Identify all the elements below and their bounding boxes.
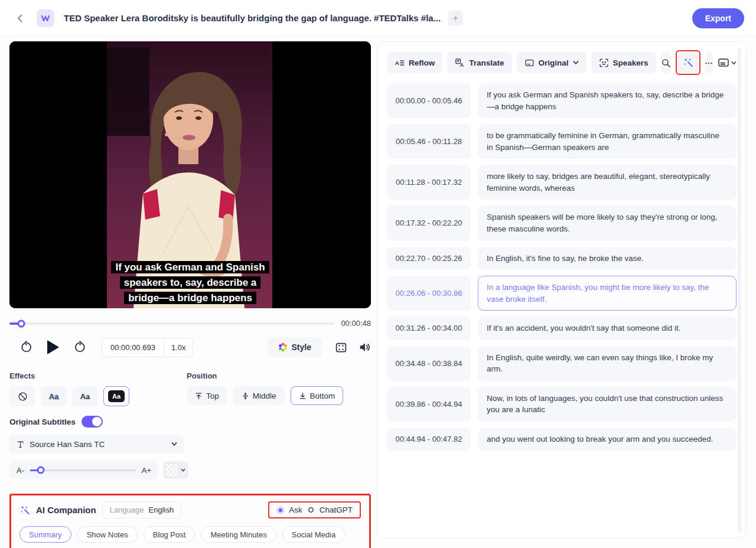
subtitle-time-range[interactable]: 00:05.46 - 00:11.28 (387, 124, 471, 159)
ai-companion-tabs: SummaryShow NotesBlog PostMeeting Minute… (19, 526, 361, 543)
redo-rotate-icon[interactable] (73, 341, 86, 354)
subtitle-text[interactable]: to be grammatically feminine in German, … (478, 124, 737, 159)
scrollbar[interactable] (738, 48, 741, 532)
app-logo-icon (37, 9, 54, 27)
speakers-button[interactable]: Speakers (591, 52, 656, 73)
subtitle-time-range[interactable]: 00:11.28 - 00:17.32 (387, 165, 471, 200)
subtitle-icon (524, 58, 535, 68)
duration-label: 00:00:48 (341, 319, 371, 328)
subtitle-time-range[interactable]: 00:17.32 - 00:22.20 (387, 206, 471, 240)
font-family-select[interactable]: Source Han Sans TC (9, 435, 184, 454)
burned-in-subtitles: If you ask German and Spanishspeakers to… (9, 260, 371, 306)
play-button[interactable] (47, 340, 59, 354)
chevron-down-icon (181, 468, 185, 472)
ai-tab-social-media[interactable]: Social Media (282, 526, 345, 543)
seek-handle[interactable] (18, 319, 25, 327)
subtitle-row: 00:17.32 - 00:22.20 Spanish speakers wil… (387, 206, 737, 240)
subtitle-time-range[interactable]: 00:31.26 - 00:34.00 (387, 317, 471, 340)
subtitle-time-range[interactable]: 00:44.94 - 00:47.82 (387, 428, 471, 451)
subtitle-time-range[interactable]: 00:39.86 - 00:44.94 (387, 387, 471, 422)
original-language-dropdown[interactable]: Original (517, 52, 586, 73)
style-button[interactable]: Style (268, 337, 322, 357)
export-button[interactable]: Export (692, 8, 744, 28)
video-player[interactable]: If you ask German and Spanishspeakers to… (9, 41, 371, 308)
ai-language-select[interactable]: Language English (102, 501, 181, 518)
player-panel: If you ask German and Spanishspeakers to… (9, 41, 371, 548)
chevron-down-icon (573, 60, 579, 66)
ai-tab-summary[interactable]: Summary (19, 526, 71, 543)
original-subtitles-toggle[interactable] (82, 416, 103, 428)
ai-tab-show-notes[interactable]: Show Notes (77, 526, 138, 543)
search-icon (661, 58, 671, 68)
layout-icon (718, 57, 729, 68)
translate-icon: A (455, 58, 465, 68)
position-top-button[interactable]: Top (187, 386, 227, 405)
subtitle-text[interactable]: Now, in lots of languages, you couldn't … (478, 387, 737, 422)
subtitle-time-range[interactable]: 00:00.00 - 00:05.46 (387, 83, 471, 118)
effect-outline-button[interactable]: Aa (41, 386, 67, 406)
subtitle-text[interactable]: If you ask German and Spanish speakers t… (478, 83, 737, 118)
timecode-box: 00:00:00.693 1.0x (102, 338, 193, 357)
seek-bar[interactable] (9, 322, 334, 325)
add-button[interactable]: + (448, 11, 463, 26)
subtitle-time-range[interactable]: 00:26.06 - 00:30.86 (387, 276, 471, 311)
ai-magic-wand-button[interactable] (677, 52, 699, 73)
effect-none-button[interactable] (9, 386, 35, 406)
original-subtitles-label: Original Subtitles (9, 417, 76, 426)
position-label: Position (187, 371, 343, 380)
reflow-button[interactable]: A Reflow (387, 52, 442, 73)
font-size-slider[interactable] (30, 469, 136, 471)
subtitle-text[interactable]: Spanish speakers will be more likely to … (478, 206, 737, 240)
burned-in-subtitle-line: If you ask German and Spanish (111, 261, 269, 273)
speakers-icon (599, 58, 609, 68)
font-size-increase[interactable]: A+ (142, 466, 151, 475)
position-bottom-button[interactable]: Bottom (291, 386, 344, 405)
position-middle-button[interactable]: Middle (233, 386, 285, 405)
ai-tab-blog-post[interactable]: Blog Post (144, 526, 195, 543)
current-timecode[interactable]: 00:00:00.693 (102, 338, 164, 357)
subtitle-row: 00:22.70 - 00:25.26 In English, it's fin… (387, 247, 737, 270)
align-top-icon (195, 392, 203, 400)
back-button[interactable] (12, 10, 28, 27)
font-size-decrease[interactable]: A- (17, 466, 24, 475)
subtitle-text[interactable]: In English, it's fine to say, he broke t… (478, 247, 737, 270)
magic-wand-icon (19, 505, 30, 516)
transcript-toolbar: A Reflow A Translate Original (387, 50, 737, 75)
subtitle-text[interactable]: and you went out looking to break your a… (478, 428, 737, 451)
search-button[interactable] (661, 52, 671, 73)
svg-text:A: A (395, 60, 399, 66)
layout-toggle-button[interactable] (718, 57, 737, 68)
font-size-handle[interactable] (37, 467, 45, 474)
chatgpt-icon (307, 505, 315, 514)
effect-plain-button[interactable]: Aa (72, 386, 98, 406)
chevron-down-icon (171, 441, 177, 447)
transcript-panel: A Reflow A Translate Original (377, 41, 747, 539)
subtitle-text[interactable]: more likely to say, bridges are beautifu… (478, 165, 737, 200)
subtitle-text[interactable]: If it's an accident, you wouldn't say th… (478, 317, 737, 340)
more-options-button[interactable]: ··· (705, 52, 713, 73)
subtitle-time-range[interactable]: 00:34.48 - 00:38.84 (387, 346, 471, 381)
ai-tab-meeting-minutes[interactable]: Meeting Minutes (201, 526, 276, 543)
radio-dot-icon (276, 506, 285, 514)
subtitle-text[interactable]: In a language like Spanish, you might be… (478, 276, 737, 311)
fullscreen-icon[interactable] (335, 341, 347, 354)
volume-icon[interactable] (358, 341, 371, 354)
effects-label: Effects (9, 371, 187, 380)
progress-row: 00:00:48 (9, 319, 371, 328)
reflow-icon: A (395, 58, 405, 68)
ask-chatgpt-button[interactable]: Ask ChatGPT (268, 501, 361, 518)
subtitle-row: 00:11.28 - 00:17.32 more likely to say, … (387, 165, 737, 200)
subtitle-row: 00:05.46 - 00:11.28 to be grammatically … (387, 124, 737, 159)
effect-boxed-button[interactable]: Aa (103, 386, 129, 406)
chevron-down-icon (731, 60, 737, 66)
subtitle-color-picker[interactable] (163, 461, 188, 479)
color-swatch (165, 463, 179, 477)
subtitle-row: 00:44.94 - 00:47.82 and you went out loo… (387, 428, 737, 451)
subtitle-time-range[interactable]: 00:22.70 - 00:25.26 (387, 247, 471, 270)
ai-companion-title: AI Companion (36, 505, 96, 515)
undo-rotate-icon[interactable] (20, 341, 33, 354)
font-family-value: Source Han Sans TC (30, 440, 166, 449)
playback-speed[interactable]: 1.0x (164, 338, 193, 357)
subtitle-text[interactable]: In English, quite weirdly, we can even s… (478, 346, 737, 381)
translate-button[interactable]: A Translate (447, 52, 511, 73)
